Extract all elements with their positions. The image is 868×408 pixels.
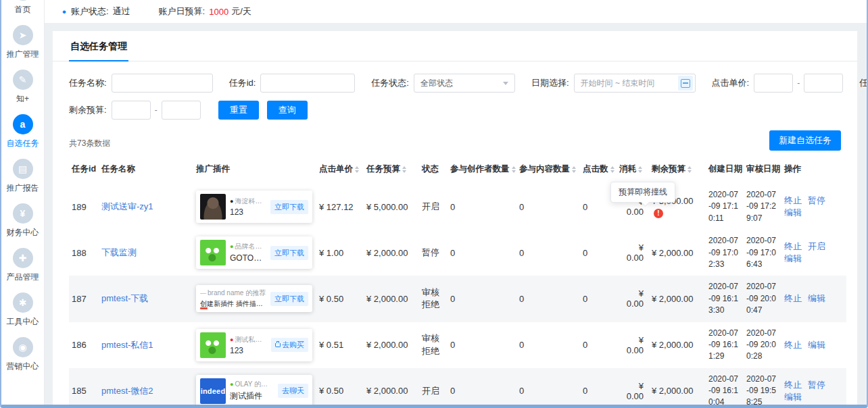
account-status-value: 通过: [113, 5, 130, 18]
sort-icon[interactable]: [638, 166, 642, 173]
column-header-click-price[interactable]: 点击单价: [316, 155, 364, 184]
sort-icon[interactable]: [512, 166, 516, 173]
action-link[interactable]: 终止: [784, 293, 802, 303]
task-name-link[interactable]: pmtest-微信2: [101, 386, 153, 396]
plugin-chat-button[interactable]: 去聊天: [278, 384, 308, 398]
sidebar-item-product-management[interactable]: ✚ 产品管理: [7, 248, 39, 283]
plugin-download-button[interactable]: 立即下载: [270, 200, 308, 214]
sidebar-item-home[interactable]: ⌂ 首页: [13, 0, 33, 16]
tool-center-icon: ✱: [13, 292, 33, 313]
column-header-contents[interactable]: 参与内容数量: [516, 155, 580, 184]
sidebar-item-label: 推广报告: [7, 182, 39, 194]
action-link[interactable]: 终止: [784, 340, 802, 350]
table-row: 189 测试送审-zy1 ●海淀科技 的推荐 123 立即下载: [69, 184, 846, 230]
task-name-link[interactable]: 下载监测: [101, 247, 137, 257]
cell-created-date: 2020-07-09 17:10:11: [706, 184, 744, 230]
task-name-input[interactable]: [112, 74, 213, 93]
tab-bar: 自选任务管理: [53, 31, 857, 61]
main-area: • 账户状态: 通过 账户日预算: 1000 元/天 自选任务管理 任务名称:: [45, 0, 867, 405]
action-link[interactable]: 编辑: [808, 293, 825, 303]
date-range-picker[interactable]: 开始时间 ~ 结束时间: [574, 74, 696, 93]
table-row: 188 下载监测 ●品牌名称 的推荐 GOTO泡沫干洗剂 立即下载: [69, 230, 846, 276]
new-self-task-button[interactable]: 新建自选任务: [769, 130, 841, 151]
sort-icon[interactable]: [402, 166, 406, 173]
action-link[interactable]: 编辑: [784, 253, 802, 263]
sort-icon[interactable]: [688, 166, 692, 173]
plugin-brand: ●品牌名称 的推荐: [230, 242, 266, 251]
cell-creators: 0: [448, 230, 516, 276]
column-header-cost[interactable]: 消耗: [617, 155, 649, 184]
click-price-min-input[interactable]: [754, 74, 793, 93]
cell-contents: 0: [516, 230, 580, 276]
cell-cost: ¥ 0.00: [617, 230, 649, 276]
cell-click-price: ¥ 0.51: [316, 322, 364, 368]
panel-wrap: 自选任务管理 任务名称: 任务id: 任务状态: 全部状: [45, 23, 867, 405]
task-budget-label: 任务预算:: [859, 77, 867, 89]
column-header-clicks[interactable]: 点击数: [580, 155, 617, 184]
brand-dash-icon: —: [200, 290, 206, 297]
sidebar-item-zhi-plus[interactable]: ✎ 知+: [13, 70, 33, 105]
plugin-title: 创建新插件 插件描述插件描述插件描述: [200, 299, 266, 309]
calendar-icon[interactable]: [678, 76, 693, 91]
task-name-link[interactable]: 测试送审-zy1: [101, 201, 153, 211]
chevron-down-icon: [503, 82, 508, 85]
remaining-budget-max-input[interactable]: [162, 101, 201, 120]
daily-budget-value: 1000: [209, 7, 228, 17]
plugin-card: ●品牌名称 的推荐 GOTO泡沫干洗剂 立即下载: [196, 236, 312, 269]
action-link[interactable]: 编辑: [784, 207, 802, 218]
task-name-link[interactable]: pmtest-私信1: [101, 340, 153, 350]
cell-clicks: 0: [580, 276, 617, 322]
action-link[interactable]: 暂停: [808, 195, 825, 205]
column-header-creators[interactable]: 参与创作者数量: [448, 155, 516, 184]
column-header-remaining[interactable]: 剩余预算: [649, 155, 706, 184]
plugin-brand: ●海淀科技 的推荐: [230, 197, 266, 206]
action-link[interactable]: 终止: [784, 380, 802, 390]
daily-budget-unit: 元/天: [231, 5, 251, 18]
cell-creators: 0: [448, 368, 516, 405]
task-name-link[interactable]: pmtest-下载: [101, 293, 148, 303]
sidebar-item-self-tasks[interactable]: a 自选任务: [7, 114, 39, 149]
zhi-plus-icon: ✎: [13, 70, 33, 90]
action-link[interactable]: 终止: [784, 241, 802, 251]
sidebar-item-marketing-center[interactable]: ◉ 营销中心: [7, 337, 39, 372]
query-button[interactable]: 查询: [267, 101, 308, 120]
cell-remaining: ¥ 2,000.00: [649, 322, 706, 368]
click-price-max-input[interactable]: [804, 74, 843, 93]
task-status-select[interactable]: 全部状态: [414, 74, 515, 93]
action-link[interactable]: 编辑: [808, 340, 825, 350]
filter-date: 日期选择: 开始时间 ~ 结束时间: [531, 74, 696, 93]
sidebar-item-promotion-management[interactable]: ➤ 推广管理: [7, 25, 39, 60]
cell-remaining: ¥ 2,000.00: [649, 368, 706, 405]
product-management-icon: ✚: [13, 248, 33, 268]
task-id-input[interactable]: [260, 74, 355, 93]
sidebar-item-label: 财务中心: [7, 227, 39, 238]
action-link[interactable]: 开启: [808, 241, 825, 251]
budget-warning-icon[interactable]: !: [654, 209, 663, 218]
cell-reviewed-date: 2020-07-09 19:58:25: [744, 368, 781, 405]
sidebar-item-tool-center[interactable]: ✱ 工具中心: [7, 292, 39, 328]
tab-self-task-management[interactable]: 自选任务管理: [69, 31, 128, 61]
sort-icon[interactable]: [572, 166, 576, 173]
sort-icon[interactable]: [610, 166, 614, 173]
cell-budget: ¥ 2,000.00: [364, 276, 419, 322]
plugin-download-button[interactable]: 立即下载: [270, 246, 308, 260]
cell-status: 开启: [419, 368, 448, 405]
plugin-download-button[interactable]: 立即下载: [270, 292, 308, 306]
plugin-buy-button[interactable]: 去购买: [271, 338, 308, 352]
reset-button[interactable]: 重置: [218, 101, 259, 120]
action-link[interactable]: 编辑: [784, 392, 802, 402]
action-link[interactable]: 暂停: [808, 380, 825, 390]
sort-icon[interactable]: [355, 166, 359, 173]
sidebar-item-promotion-report[interactable]: ▤ 推广报告: [7, 159, 39, 194]
action-link[interactable]: 终止: [784, 195, 802, 205]
cell-status: 审核拒绝: [419, 322, 448, 368]
remaining-budget-min-input[interactable]: [112, 101, 151, 120]
indeed-logo: indeed: [200, 378, 226, 404]
cell-click-price: ¥ 0.50: [316, 276, 364, 322]
column-header-budget[interactable]: 任务预算: [364, 155, 419, 184]
sidebar-item-finance-center[interactable]: ¥ 财务中心: [7, 203, 39, 238]
cell-contents: 0: [516, 368, 580, 405]
cell-creators: 0: [448, 276, 516, 322]
column-header-created: 创建日期: [706, 155, 744, 184]
cell-status: 审核拒绝: [419, 276, 448, 322]
